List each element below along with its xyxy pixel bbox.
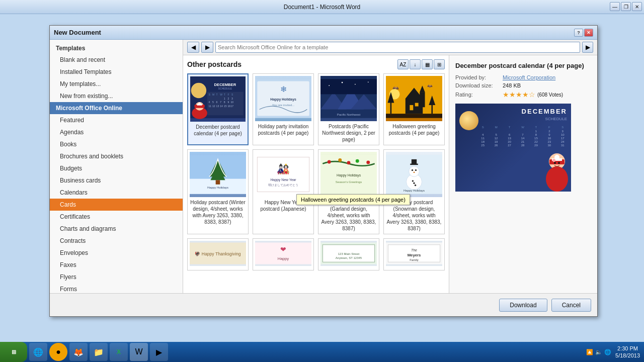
svg-point-90 bbox=[412, 180, 414, 182]
taskbar-icon-chrome[interactable]: ● bbox=[49, 343, 67, 361]
template-card-happy-ny[interactable]: 🎎 Happy New Year 明けましておめでとう Happy New Ye… bbox=[253, 149, 314, 234]
view-large-button[interactable]: ⊞ bbox=[434, 59, 445, 69]
svg-text:11: 11 bbox=[208, 105, 211, 108]
template-card-row3-2[interactable]: ❤ Happy bbox=[253, 238, 314, 270]
template-card-postcards-nw[interactable]: Pacific Northwest Postcards (Pacific Nor… bbox=[318, 73, 379, 145]
templates-grid-row1: DECEMBER SCHEDULE S M T W T F S bbox=[187, 73, 445, 145]
svg-point-34 bbox=[198, 103, 201, 105]
calendar-grid: S M T W T F S bbox=[476, 126, 569, 147]
right-panel: December postcard calendar (4 per page) … bbox=[449, 55, 597, 293]
svg-text:1: 1 bbox=[224, 97, 225, 100]
taskbar-icon-word[interactable]: W bbox=[130, 343, 148, 361]
word-title-text: Document1 - Microsoft Word bbox=[284, 4, 361, 11]
templates-area: Other postcards AZ ↓ ▦ ⊞ bbox=[183, 55, 449, 293]
svg-text:Season's Greetings: Season's Greetings bbox=[336, 180, 362, 184]
preview-title: December postcard calendar (4 per page) bbox=[455, 61, 591, 70]
search-input[interactable] bbox=[215, 42, 580, 53]
sidebar-item-certificates[interactable]: Certificates bbox=[50, 211, 183, 223]
svg-point-81 bbox=[366, 160, 370, 164]
view-small-button[interactable]: ▦ bbox=[422, 59, 433, 69]
svg-point-114 bbox=[554, 155, 559, 160]
template-thumb-postcards-nw: Pacific Northwest bbox=[320, 76, 377, 121]
back-button[interactable]: ◀ bbox=[187, 42, 199, 53]
system-clock: 2:30 PM 5/18/2013 bbox=[615, 345, 640, 359]
sidebar-item-flyers[interactable]: Flyers bbox=[50, 271, 183, 283]
sort-alpha-button[interactable]: AZ bbox=[397, 59, 409, 69]
sidebar-item-cards[interactable]: Cards bbox=[50, 199, 183, 211]
template-name-halloween: Halloween greeting postcards (4 per page… bbox=[386, 123, 442, 136]
sidebar-item-business-cards[interactable]: Business cards bbox=[50, 174, 183, 187]
template-card-holiday-garland[interactable]: Happy Holidays Season's Greetings Holida… bbox=[318, 149, 379, 234]
svg-text:10: 10 bbox=[230, 101, 233, 104]
download-button[interactable]: Download bbox=[499, 299, 547, 312]
calendar-moon bbox=[459, 111, 478, 130]
svg-rect-53 bbox=[410, 105, 413, 110]
word-minimize-button[interactable]: — bbox=[610, 2, 620, 11]
taskbar-icon-excel[interactable]: X bbox=[110, 343, 128, 361]
download-size-value: 248 KB bbox=[503, 82, 521, 88]
sidebar-item-books[interactable]: Books bbox=[50, 138, 183, 150]
sidebar-item-blank[interactable]: Blank and recent bbox=[50, 54, 183, 66]
template-card-dec-cal[interactable]: DECEMBER SCHEDULE S M T W T F S bbox=[187, 73, 249, 145]
taskbar-right: 🔼 🔈 🌐 2:30 PM 5/18/2013 bbox=[586, 345, 644, 359]
template-card-row3-3[interactable]: 123 Main Street Anytown, ST 12345 bbox=[318, 238, 379, 270]
word-titlebar: Document1 - Microsoft Word — ❐ ✕ bbox=[0, 0, 644, 14]
svg-text:Happy Holidays: Happy Holidays bbox=[404, 189, 425, 192]
sidebar-item-calendars[interactable]: Calendars bbox=[50, 187, 183, 199]
template-card-holiday-winter[interactable]: Happy Holidays Holiday postcard (Winter … bbox=[187, 149, 249, 234]
sidebar-item-installed[interactable]: Installed Templates bbox=[50, 66, 183, 78]
template-thumb-dec-cal: DECEMBER SCHEDULE S M T W T F S bbox=[190, 76, 246, 122]
template-card-row3-1[interactable]: 🦃 Happy Thanksgiving bbox=[187, 238, 249, 270]
sidebar-section-label: Templates bbox=[50, 42, 183, 54]
sidebar-item-forms[interactable]: Forms bbox=[50, 283, 183, 293]
sort-desc-button[interactable]: ↓ bbox=[410, 59, 421, 69]
sidebar-item-new-from[interactable]: New from existing... bbox=[50, 90, 183, 102]
taskbar-icon-ie[interactable]: 🌐 bbox=[29, 343, 47, 361]
rating-stars: ★★★★☆ bbox=[503, 90, 535, 99]
dialog-close-button[interactable]: ✕ bbox=[584, 29, 593, 37]
svg-text:12: 12 bbox=[212, 105, 215, 108]
sidebar-item-charts[interactable]: Charts and diagrams bbox=[50, 223, 183, 235]
taskbar-icon-explorer[interactable]: 📁 bbox=[90, 343, 108, 361]
word-restore-button[interactable]: ❐ bbox=[621, 2, 631, 11]
template-card-holiday-snowman[interactable]: Happy Holidays Holiday postcard (Snowman… bbox=[383, 149, 445, 234]
template-thumb-row3-4: The Meyers Family bbox=[386, 241, 442, 266]
dialog-help-button[interactable]: ? bbox=[574, 29, 583, 37]
svg-text:🎎: 🎎 bbox=[277, 162, 290, 175]
svg-point-79 bbox=[347, 161, 351, 164]
sidebar-item-brochures[interactable]: Brochures and booklets bbox=[50, 150, 183, 162]
template-card-holiday-party[interactable]: ❄ Happy Holidays You are invited... Holi… bbox=[253, 73, 314, 145]
calendar-month-label: DECEMBER bbox=[522, 108, 567, 115]
svg-text:16: 16 bbox=[227, 105, 230, 108]
svg-text:Happy Holidays: Happy Holidays bbox=[337, 173, 361, 177]
sidebar-item-faxes[interactable]: Faxes bbox=[50, 259, 183, 271]
sidebar-item-featured[interactable]: Featured bbox=[50, 114, 183, 126]
download-size-label: Download size: bbox=[455, 82, 501, 88]
svg-text:❤: ❤ bbox=[280, 246, 286, 253]
sidebar-item-contracts[interactable]: Contracts bbox=[50, 235, 183, 247]
sidebar-item-ms-online[interactable]: Microsoft Office Online bbox=[50, 102, 183, 114]
search-go-button[interactable]: ▶ bbox=[582, 42, 593, 53]
template-card-halloween[interactable]: 🦇 🦇 bbox=[383, 73, 445, 145]
taskbar-icon-firefox[interactable]: 🦊 bbox=[69, 343, 88, 361]
svg-text:17: 17 bbox=[230, 105, 233, 108]
svg-text:The: The bbox=[411, 248, 417, 252]
cancel-button[interactable]: Cancel bbox=[551, 299, 591, 312]
sort-controls: AZ ↓ ▦ ⊞ bbox=[397, 59, 445, 69]
forward-button[interactable]: ▶ bbox=[201, 42, 213, 53]
svg-point-89 bbox=[414, 171, 415, 173]
svg-text:🦃 Happy Thanksgiving: 🦃 Happy Thanksgiving bbox=[195, 251, 240, 257]
taskbar-icon-media[interactable]: ▶ bbox=[150, 343, 168, 361]
word-close-button[interactable]: ✕ bbox=[632, 2, 642, 11]
template-card-row3-4[interactable]: The Meyers Family bbox=[383, 238, 445, 270]
svg-point-47 bbox=[355, 84, 356, 85]
svg-point-115 bbox=[552, 159, 555, 162]
sidebar-item-envelopes[interactable]: Envelopes bbox=[50, 247, 183, 259]
sidebar-item-budgets[interactable]: Budgets bbox=[50, 162, 183, 174]
template-thumb-holiday-party: ❄ Happy Holidays You are invited... bbox=[255, 76, 311, 121]
sidebar-item-agendas[interactable]: Agendas bbox=[50, 126, 183, 138]
sidebar-item-my[interactable]: My templates... bbox=[50, 78, 183, 90]
start-button[interactable]: ⊞ bbox=[0, 342, 27, 362]
svg-text:7: 7 bbox=[220, 101, 221, 104]
svg-point-87 bbox=[412, 169, 413, 171]
